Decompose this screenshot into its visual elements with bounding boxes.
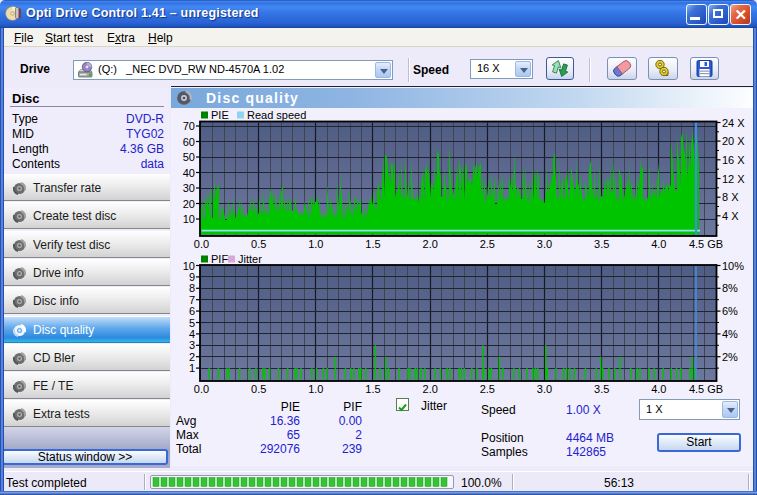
svg-text:1: 1 — [189, 362, 195, 374]
svg-text:3.5: 3.5 — [594, 383, 609, 395]
svg-text:2.5: 2.5 — [480, 383, 495, 395]
svg-text:10%: 10% — [722, 260, 744, 272]
svg-text:1.5: 1.5 — [365, 383, 380, 395]
svg-text:4%: 4% — [722, 328, 738, 340]
svg-text:PIE: PIE — [211, 109, 229, 121]
svg-text:0.0: 0.0 — [194, 238, 209, 250]
svg-text:2.0: 2.0 — [423, 383, 438, 395]
svg-text:10: 10 — [183, 260, 195, 272]
svg-text:4: 4 — [189, 328, 195, 340]
svg-text:12 X: 12 X — [722, 173, 745, 185]
svg-text:9: 9 — [189, 271, 195, 283]
svg-text:3.0: 3.0 — [537, 383, 552, 395]
svg-text:20: 20 — [183, 198, 195, 210]
svg-text:8: 8 — [189, 282, 195, 294]
svg-text:24 X: 24 X — [722, 117, 745, 129]
svg-text:40: 40 — [183, 167, 195, 179]
svg-text:Jitter: Jitter — [238, 253, 262, 265]
svg-text:2%: 2% — [722, 351, 738, 363]
svg-text:70: 70 — [183, 120, 195, 132]
svg-text:6: 6 — [189, 305, 195, 317]
svg-text:PIF: PIF — [211, 253, 228, 265]
svg-text:1.0: 1.0 — [308, 238, 323, 250]
svg-text:1.0: 1.0 — [308, 383, 323, 395]
svg-text:1.5: 1.5 — [365, 238, 380, 250]
svg-text:10: 10 — [183, 213, 195, 225]
svg-text:4.0: 4.0 — [651, 383, 666, 395]
svg-text:2: 2 — [189, 351, 195, 363]
svg-text:4.5 GB: 4.5 GB — [689, 383, 723, 395]
svg-text:0.0: 0.0 — [194, 383, 209, 395]
svg-text:8%: 8% — [722, 282, 738, 294]
svg-text:0.5: 0.5 — [251, 238, 266, 250]
svg-text:3.0: 3.0 — [537, 238, 552, 250]
svg-text:2.0: 2.0 — [423, 238, 438, 250]
svg-text:6%: 6% — [722, 305, 738, 317]
svg-text:0.5: 0.5 — [251, 383, 266, 395]
svg-text:3.5: 3.5 — [594, 238, 609, 250]
svg-text:4 X: 4 X — [722, 210, 739, 222]
svg-text:2.5: 2.5 — [480, 238, 495, 250]
svg-text:4.5 GB: 4.5 GB — [689, 238, 723, 250]
svg-text:16 X: 16 X — [722, 154, 745, 166]
svg-text:60: 60 — [183, 136, 195, 148]
svg-text:5: 5 — [189, 317, 195, 329]
svg-text:30: 30 — [183, 182, 195, 194]
svg-text:4.0: 4.0 — [651, 238, 666, 250]
svg-text:3: 3 — [189, 339, 195, 351]
svg-text:7: 7 — [189, 294, 195, 306]
svg-text:Read speed: Read speed — [247, 109, 306, 121]
svg-text:20 X: 20 X — [722, 135, 745, 147]
svg-text:50: 50 — [183, 151, 195, 163]
svg-text:8 X: 8 X — [722, 191, 739, 203]
